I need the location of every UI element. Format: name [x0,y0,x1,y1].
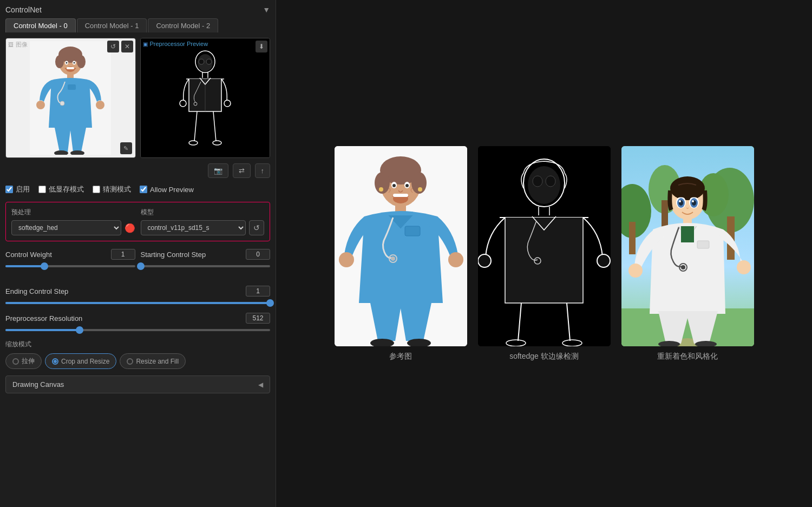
preview-checkbox-item[interactable]: Allow Preview [140,186,194,194]
ending-step-slider-container [5,299,270,307]
preview-image-box: ▣ Preprocessor Preview ⬇ [140,38,271,158]
output-caption-2: softedge 软边缘检测 [509,352,579,361]
control-weight-thumb[interactable] [41,262,48,270]
svg-point-94 [681,265,685,269]
starting-step-thumb[interactable] [137,262,145,270]
model-col: 模型 control_v11p_sd15_s ↺ [141,208,265,235]
svg-point-87 [679,200,681,202]
enable-checkbox-item[interactable]: 启用 [5,185,30,194]
camera-action-btn[interactable]: 📷 [208,163,228,178]
source-image-refresh-btn[interactable]: ↺ [107,41,119,52]
source-image-close-btn[interactable]: ✕ [121,41,133,52]
svg-point-22 [206,59,212,64]
svg-point-39 [379,187,383,192]
lowvram-checkbox-item[interactable]: 低显存模式 [38,185,84,194]
lowvram-checkbox[interactable] [38,186,46,193]
starting-control-step-section: Starting Control Step 0 [141,249,271,275]
tab-control-model-2[interactable]: Control Model - 2 [148,18,218,32]
svg-point-64 [597,254,610,267]
zoom-mode-label: 缩放模式 [5,340,270,349]
starting-step-label-row: Starting Control Step 0 [141,249,271,260]
prep-res-slider-container [5,326,270,334]
svg-point-40 [418,187,422,192]
ending-control-step-section: Ending Control Step 1 [5,286,270,307]
output-image-2 [478,146,611,346]
preprocessor-resolution-section: Preprocessor Resolution 512 [5,313,270,334]
guess-checkbox-item[interactable]: 猜测模式 [93,185,131,194]
ending-step-label: Ending Control Step [5,287,68,295]
prep-res-value[interactable]: 512 [246,313,270,324]
svg-rect-52 [405,226,420,236]
model-refresh-btn[interactable]: ↺ [249,220,264,235]
swap-action-btn[interactable]: ⇄ [233,163,251,178]
prep-res-thumb[interactable] [76,326,83,334]
starting-step-slider-container [141,262,271,271]
drawing-canvas-title: Drawing Canvas [12,380,64,389]
control-weight-value[interactable]: 1 [111,249,135,260]
ending-step-track[interactable] [5,302,270,304]
output-image-1-container: 参考图 [335,146,467,361]
source-image-controls: ↺ ✕ [107,41,133,52]
output-image-1 [335,146,467,346]
tab-control-model-1[interactable]: Control Model - 1 [77,18,147,32]
enable-checkbox[interactable] [5,186,13,193]
prep-res-fill [5,329,80,331]
prep-res-label-row: Preprocessor Resolution 512 [5,313,270,324]
svg-rect-90 [681,226,694,242]
starting-step-track[interactable] [141,265,271,267]
left-panel: ControlNet ▼ Control Model - 0 Control M… [0,0,276,507]
preprocessor-label: 预处理 [11,208,135,217]
zoom-stretch-btn[interactable]: 拉伸 [5,353,42,369]
upload-action-btn[interactable]: ↑ [255,163,271,178]
prep-res-track[interactable] [5,329,270,331]
source-image-edit-btn[interactable]: ✎ [120,142,132,154]
tab-control-model-0[interactable]: Control Model - 0 [5,18,76,32]
source-image-display [6,38,135,157]
output-image-2-container: softedge 软边缘检测 [478,146,611,361]
zoom-resize-fill-label: Resize and Fill [136,358,179,365]
preview-image-download-btn[interactable]: ⬇ [256,41,267,52]
right-panel: 参考图 [276,0,812,507]
panel-collapse-button[interactable]: ▼ [263,5,270,14]
guess-label: 猜测模式 [103,185,131,194]
svg-point-4 [77,55,86,68]
tabs-container: Control Model - 0 Control Model - 1 Cont… [5,18,270,32]
source-image-box: 🖼 图像 ↺ ✕ [5,38,136,158]
svg-rect-15 [68,84,76,90]
fire-icon: 🔴 [125,223,135,233]
control-weight-slider-container [5,262,135,271]
preprocessor-select[interactable]: softedge_hed [11,220,121,235]
svg-point-49 [448,252,463,267]
drawing-canvas-header[interactable]: Drawing Canvas ◀ [5,376,270,393]
svg-point-80 [670,176,705,200]
guess-checkbox[interactable] [93,186,100,193]
image-row: 🖼 图像 ↺ ✕ [5,38,270,158]
prep-res-label: Preprocessor Resolution [5,314,82,322]
ending-step-thumb[interactable] [266,299,274,307]
preview-checkbox[interactable] [140,186,147,193]
control-weight-track[interactable] [5,265,135,267]
model-select[interactable]: control_v11p_sd15_s [141,220,246,235]
svg-point-91 [628,264,643,278]
svg-point-51 [391,256,395,261]
zoom-mode-section: 缩放模式 拉伸 Crop and Resize Resize and Fill [5,340,270,369]
svg-rect-10 [67,67,74,69]
preview-image-display [141,38,270,157]
zoom-stretch-label: 拉伸 [22,357,35,366]
svg-point-14 [60,101,64,106]
preprocessor-select-row: softedge_hed 🔴 [11,220,135,235]
ending-step-value[interactable]: 1 [246,286,270,297]
starting-step-value[interactable]: 0 [246,249,270,260]
control-weight-label: Control Weight [5,251,52,259]
zoom-resize-fill-btn[interactable]: Resize and Fill [120,353,186,369]
panel-header: ControlNet ▼ [5,5,270,14]
zoom-crop-resize-btn[interactable]: Crop and Resize [45,353,116,369]
svg-point-13 [96,101,104,109]
svg-point-59 [546,176,555,187]
control-weight-label-row: Control Weight 1 [5,249,135,260]
checkbox-row: 启用 低显存模式 猜测模式 Allow Preview [5,185,270,194]
preprocessor-col: 预处理 softedge_hed 🔴 [11,208,135,235]
output-image-3 [621,146,754,346]
svg-point-43 [392,184,396,187]
svg-rect-72 [629,222,636,254]
